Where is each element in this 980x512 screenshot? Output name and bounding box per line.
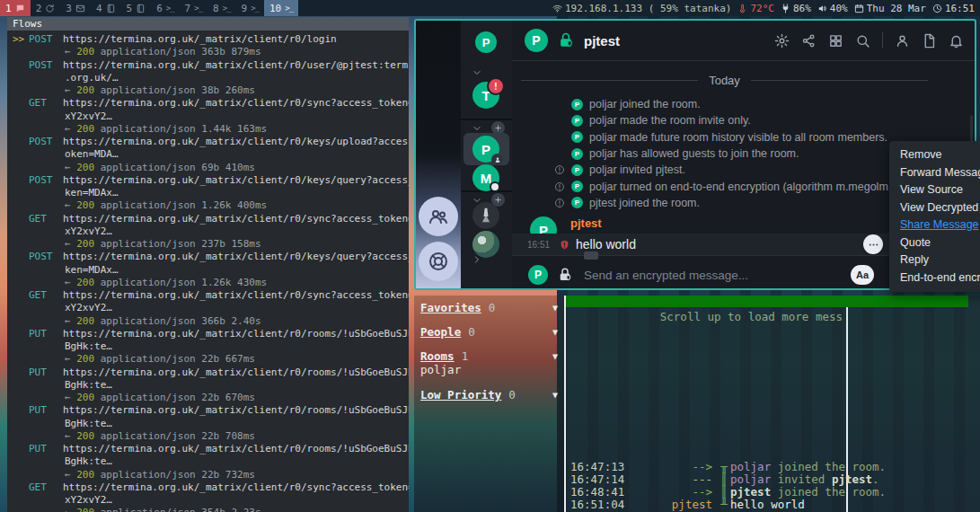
response-status: 200 xyxy=(76,353,94,365)
http-method: PUT xyxy=(29,328,63,340)
workspace-4[interactable]: 4 xyxy=(91,0,121,16)
flow-row[interactable]: GEThttps://termina.org.uk/_matrix/client… xyxy=(7,97,409,110)
collapse-arrow-icon[interactable]: ▼ xyxy=(552,390,558,400)
room-section-header[interactable]: Favorites0▼ xyxy=(420,301,558,313)
flow-row[interactable]: PUThttps://termina.org.uk/_matrix/client… xyxy=(7,404,409,417)
flow-row[interactable]: POSThttps://termina.org.uk/_matrix/clien… xyxy=(7,59,409,72)
workspace-2[interactable]: 2 xyxy=(31,0,61,16)
request-url-wrap: ken=MDAx… xyxy=(65,187,119,199)
room-avatar-tower[interactable] xyxy=(472,202,499,229)
gomuks-room-sidebar: Favorites0▼People0▼Rooms1▼poljarLow Prio… xyxy=(414,296,564,512)
composer-lock-icon xyxy=(557,267,573,283)
response-arrow-icon: ← xyxy=(65,392,76,403)
flow-row[interactable]: PUThttps://termina.org.uk/_matrix/client… xyxy=(7,328,409,340)
share-icon[interactable] xyxy=(801,33,817,49)
request-url: https://termina.org.uk/_matrix/client/r0… xyxy=(63,404,409,416)
response-status: 200 xyxy=(76,162,94,173)
menu-item-view-decrypted-s[interactable]: View Decrypted S xyxy=(889,199,980,217)
time-text: 16:51 xyxy=(945,3,975,14)
workspace-8[interactable]: 8>_ xyxy=(207,0,235,16)
composer-avatar[interactable]: P xyxy=(528,265,548,285)
format-button[interactable]: Aa xyxy=(851,265,874,285)
message-options-button[interactable] xyxy=(863,234,883,254)
network-status: 192.168.1.133 ( 59% tatanka) xyxy=(552,3,731,14)
room-list-panel: PT!PM xyxy=(461,21,512,288)
menu-item-view-source[interactable]: View Source xyxy=(889,181,980,199)
request-url-wrap: BgHk:te… xyxy=(65,379,112,391)
request-url: https://termina.org.uk/_matrix/client/r0… xyxy=(63,443,409,455)
room-section-header[interactable]: Low Priority0▼ xyxy=(420,388,558,401)
room-section-header[interactable]: People0▼ xyxy=(420,325,558,338)
member-badge xyxy=(491,154,503,165)
sender-divider-bar: ╥ xyxy=(718,461,730,473)
response-arrow-icon: ← xyxy=(65,315,76,327)
request-url: https://termina.org.uk/_matrix/client/r0… xyxy=(63,33,337,45)
search-icon[interactable] xyxy=(855,33,870,49)
menu-item-share-message[interactable]: Share Message xyxy=(889,216,980,234)
workspace-3[interactable]: 3 xyxy=(60,0,91,16)
flow-row[interactable]: GEThttps://termina.org.uk/_matrix/client… xyxy=(7,213,409,225)
room-list-item[interactable]: poljar xyxy=(420,364,558,376)
progress-bar xyxy=(566,296,968,307)
response-meta: application/json 366b 2.40s xyxy=(94,315,260,327)
workspace-9[interactable]: 9>_ xyxy=(236,0,264,16)
flow-row[interactable]: GEThttps://termina.org.uk/_matrix/client… xyxy=(7,289,409,302)
flow-row[interactable]: PUThttps://termina.org.uk/_matrix/client… xyxy=(7,443,409,455)
volume-text: 40% xyxy=(830,3,848,14)
room-avatar-T[interactable]: T! xyxy=(472,82,499,109)
request-url-continued: .org.uk/… xyxy=(7,72,409,84)
flow-row[interactable]: >>POSThttps://termina.org.uk/_matrix/cli… xyxy=(7,33,409,46)
workspace-5[interactable]: 5 xyxy=(121,0,152,16)
collapse-arrow-icon[interactable]: ▼ xyxy=(552,327,558,337)
menu-item-remove[interactable]: Remove xyxy=(889,146,980,164)
room-avatar-M[interactable]: M xyxy=(472,164,499,191)
element-client-window: PT!PM P pjtest Today Ppoljar joined the … xyxy=(414,19,976,290)
room-section-header[interactable]: Rooms1▼ xyxy=(420,349,558,362)
workspace-1[interactable]: 1 xyxy=(0,0,31,16)
event-text: pjtest joined the room. xyxy=(512,197,700,209)
response-meta: application/json 69b 410ms xyxy=(94,162,255,173)
apps-icon[interactable] xyxy=(828,33,843,49)
workspace-7[interactable]: 7>_ xyxy=(180,0,207,16)
user-menu-avatar[interactable]: P xyxy=(475,31,497,53)
collapse-arrow-icon[interactable]: ▼ xyxy=(552,351,558,361)
flow-row[interactable]: PUThttps://termina.org.uk/_matrix/client… xyxy=(7,366,409,379)
message-body: hello world xyxy=(730,499,805,511)
collapse-arrow-icon[interactable]: ▼ xyxy=(552,303,558,313)
menu-item-forward-message[interactable]: Forward Message xyxy=(889,164,980,182)
flow-response: ← 200 application/json 38b 260ms xyxy=(7,84,409,97)
workspace-10[interactable]: 10>_ xyxy=(264,0,298,16)
message-timestamp: 16:51 xyxy=(527,240,565,250)
section-divider xyxy=(461,119,512,120)
flow-row[interactable]: POSThttps://termina.org.uk/_matrix/clien… xyxy=(7,174,409,187)
collapse-section-icon[interactable] xyxy=(472,67,482,78)
message-input[interactable] xyxy=(582,268,842,283)
files-icon[interactable] xyxy=(922,33,937,49)
menu-item-reply[interactable]: Reply xyxy=(889,252,980,269)
flow-row[interactable]: POSThttps://termina.org.uk/_matrix/clien… xyxy=(7,251,409,263)
flow-response: ← 200 application/json 354b 2.23s xyxy=(7,507,409,512)
event-text: poljar joined the room. xyxy=(512,98,701,110)
room-header: P pjtest xyxy=(512,21,975,61)
room-section: Favorites0▼ xyxy=(420,301,558,313)
response-arrow-icon: ← xyxy=(65,46,76,57)
request-url-continued: xY2xvY2… xyxy=(7,302,409,314)
section-label: Favorites xyxy=(420,301,481,314)
workspace-6[interactable]: 6>_ xyxy=(151,0,179,16)
people-button[interactable] xyxy=(419,197,458,236)
flow-row[interactable]: GEThttps://termina.org.uk/_matrix/client… xyxy=(7,481,409,494)
room-avatar-P[interactable]: P xyxy=(472,136,499,163)
expand-panel-icon[interactable] xyxy=(472,254,482,265)
settings-icon[interactable] xyxy=(774,33,790,49)
room-avatar[interactable]: P xyxy=(525,29,548,52)
message-body: poljar invited pjtest. xyxy=(730,473,879,486)
members-icon[interactable] xyxy=(895,33,910,49)
menu-item-end-to-end-encry[interactable]: End-to-end encry xyxy=(889,269,980,287)
separator-line xyxy=(751,80,928,81)
menu-item-quote[interactable]: Quote xyxy=(889,234,980,252)
explore-button[interactable] xyxy=(419,242,458,281)
event-text: poljar has allowed guests to join the ro… xyxy=(512,147,799,160)
notifications-icon[interactable] xyxy=(949,33,964,49)
flow-row[interactable]: POSThttps://termina.org.uk/_matrix/clien… xyxy=(7,136,409,148)
response-arrow-icon: ← xyxy=(65,430,76,442)
